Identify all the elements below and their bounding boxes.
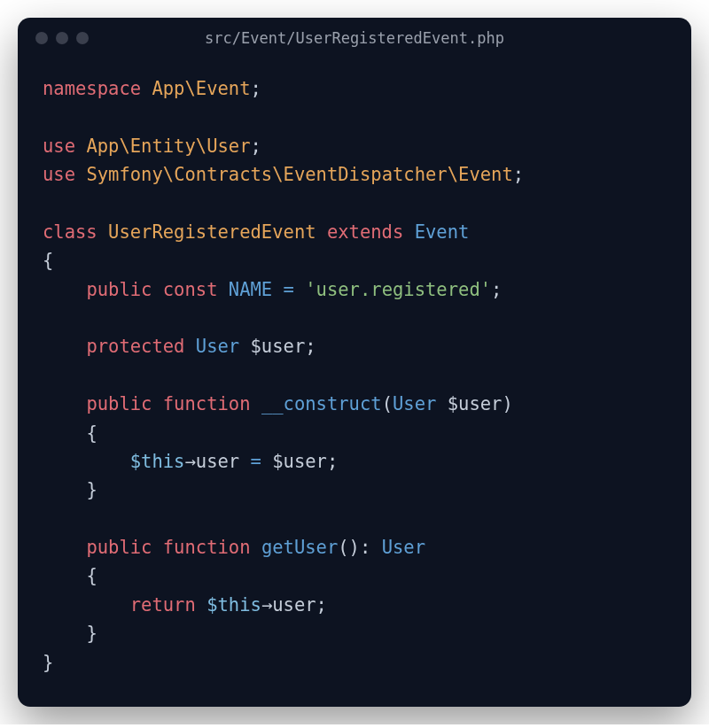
type-user: User — [196, 336, 239, 357]
code-editor[interactable]: namespace App\Event; use App\Entity\User… — [18, 58, 691, 707]
use-event: Event — [458, 164, 513, 185]
maximize-icon[interactable] — [76, 32, 89, 44]
extends-name: Event — [415, 221, 470, 243]
keyword-const: const — [163, 279, 218, 300]
keyword-public3: public — [86, 537, 152, 558]
semicolon3: ; — [513, 164, 524, 185]
use-entity: Entity — [130, 136, 196, 157]
prop-user: user — [196, 451, 239, 472]
var-user: $user — [251, 336, 306, 357]
brace-close: } — [43, 652, 53, 673]
close-icon[interactable] — [35, 32, 48, 44]
colon: : — [360, 537, 370, 558]
semicolon4: ; — [491, 279, 502, 300]
param-user: $user — [448, 393, 503, 414]
brace-close2: } — [86, 479, 97, 500]
keyword-class: class — [43, 221, 97, 243]
semicolon5: ; — [305, 336, 316, 357]
brace-open2: { — [86, 422, 97, 444]
this-var: $this — [130, 451, 185, 472]
class-name: UserRegisteredEvent — [108, 221, 316, 243]
keyword-public2: public — [86, 393, 152, 414]
namespace-event: Event — [196, 78, 251, 99]
use-sep4: \ — [272, 164, 283, 185]
equals2: = — [251, 451, 261, 472]
param-type-user: User — [393, 393, 436, 414]
keyword-use2: use — [43, 164, 75, 185]
var-user-rhs: $user — [272, 451, 327, 472]
minimize-icon[interactable] — [56, 32, 68, 44]
semicolon2: ; — [251, 136, 261, 157]
titlebar: src/Event/UserRegisteredEvent.php — [18, 18, 691, 58]
paren-open: ( — [382, 393, 393, 414]
semicolon7: ; — [316, 594, 327, 616]
keyword-protected: protected — [86, 336, 184, 357]
arrow-op: → — [184, 451, 195, 472]
namespace-sep: \ — [184, 78, 195, 99]
traffic-lights — [35, 32, 89, 44]
method-construct: __construct — [261, 393, 382, 414]
return-type-user: User — [382, 537, 425, 558]
use-user: User — [206, 136, 250, 157]
keyword-function: function — [163, 393, 251, 414]
window-title: src/Event/UserRegisteredEvent.php — [205, 29, 504, 47]
use-sep2: \ — [196, 136, 206, 157]
use-sep3: \ — [163, 164, 174, 185]
keyword-public: public — [86, 279, 152, 300]
arrow-op2: → — [261, 594, 272, 616]
use-sep5: \ — [448, 164, 458, 185]
this-var2: $this — [206, 594, 261, 616]
keyword-function2: function — [163, 537, 251, 558]
paren-close: ) — [502, 393, 512, 414]
brace-open3: { — [86, 565, 97, 586]
keyword-use: use — [43, 136, 75, 157]
keyword-return: return — [130, 594, 196, 616]
equals: = — [284, 279, 294, 300]
const-name: NAME — [229, 279, 272, 300]
prop-user2: user — [272, 594, 316, 616]
const-value: 'user.registered' — [305, 279, 491, 300]
use-contracts: Contracts — [174, 164, 272, 185]
semicolon: ; — [251, 78, 261, 99]
paren-pair: () — [338, 537, 360, 558]
use-eventdispatcher: EventDispatcher — [284, 164, 448, 185]
use-sep: \ — [119, 136, 129, 157]
method-getuser: getUser — [261, 537, 338, 558]
brace-open: { — [43, 250, 53, 271]
semicolon6: ; — [327, 451, 338, 472]
namespace-app: App — [152, 78, 184, 99]
code-window: src/Event/UserRegisteredEvent.php namesp… — [18, 18, 691, 707]
keyword-extends: extends — [327, 221, 403, 243]
brace-close3: } — [86, 623, 97, 644]
use-symfony: Symfony — [86, 164, 162, 185]
keyword-namespace: namespace — [43, 78, 141, 99]
use-app: App — [86, 136, 119, 157]
